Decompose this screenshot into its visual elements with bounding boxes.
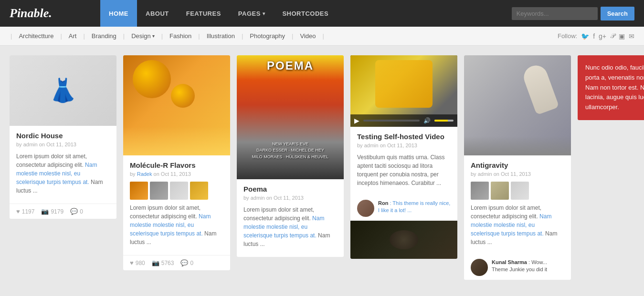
molecule-r-meta: by Radek on Oct 11, 2013 <box>130 171 223 177</box>
video-thumbnail <box>375 60 433 108</box>
anti-thumb-2 <box>491 182 509 200</box>
nav-item-home[interactable]: HOME <box>100 0 137 27</box>
antigravity-title[interactable]: Antigravity <box>471 161 564 169</box>
nordic-house-link[interactable]: Nam molestie molestie nisl, eu scelerisq… <box>16 162 97 185</box>
nordic-house-comments: 💬 0 <box>70 208 83 215</box>
video-comment-text: Ron : This theme is really nice, I like … <box>378 200 451 214</box>
main-content: 👗 Nordic House by admin on Oct 11, 2013 … <box>0 46 644 289</box>
antigravity-image <box>464 55 571 155</box>
follow-area: Follow: 🐦 f g+ 𝒫 ▣ ✉ <box>558 32 634 40</box>
volume-fill <box>434 120 448 122</box>
video-meta: by admin on Oct 11, 2013 <box>357 143 451 148</box>
poema-text: POEMA <box>267 59 314 72</box>
search-button[interactable]: Search <box>601 7 634 20</box>
design-dropdown-arrow: ▾ <box>152 33 155 39</box>
food-image <box>350 221 457 259</box>
search-input[interactable] <box>512 7 598 20</box>
figure-body <box>520 62 559 115</box>
molecule-r-images: 📷 5763 <box>152 259 174 266</box>
google-plus-icon[interactable]: g+ <box>599 32 606 40</box>
nordic-house-images: 📷 9179 <box>41 208 63 215</box>
nav-item-about[interactable]: ABOUT <box>137 0 178 27</box>
subnav-item-branding[interactable]: Branding <box>86 32 122 40</box>
search-area: Search <box>512 7 634 20</box>
hanger-icon: 👗 <box>49 77 77 104</box>
site-logo[interactable]: Pinable. <box>10 6 86 20</box>
subnav-item-architecture[interactable]: Architectture <box>13 32 59 40</box>
nordic-house-title[interactable]: Nordic House <box>16 132 110 140</box>
video-comment: Ron : This theme is really nice, I like … <box>350 196 457 221</box>
subnav-item-illustration[interactable]: Illustration <box>201 32 241 40</box>
play-button[interactable]: ▶ <box>354 117 359 124</box>
subnav-sep: | <box>323 32 324 40</box>
molecule-r-body: Molécule-R Flavors by Radek on Oct 11, 2… <box>123 155 230 255</box>
thumb-4 <box>190 182 208 200</box>
molecule-r-thumbs <box>130 182 223 200</box>
category-subnav: | Architectture | Art | Branding | Desig… <box>0 27 644 46</box>
antigravity-link[interactable]: Nam molestie molestie nisl, eu scelerisq… <box>471 213 551 237</box>
camera-icon: 📷 <box>41 208 49 215</box>
heart-icon: ♥ <box>16 208 20 215</box>
nordic-house-image: 👗 <box>10 55 116 126</box>
molecule-r-title[interactable]: Molécule-R Flavors <box>130 161 223 169</box>
thumb-3 <box>170 182 188 200</box>
poema-subtitle: NEW YEAR'S EVE DARKO ESSER · MICHEL DE H… <box>237 141 344 161</box>
nordic-house-body: Nordic House by admin on Oct 11, 2013 Lo… <box>10 126 116 204</box>
bubble1 <box>133 60 171 98</box>
main-nav: HOME ABOUT FEATURES PAGES ▾ SHORTCODES <box>100 0 512 27</box>
ron-avatar <box>357 200 374 217</box>
poema-excerpt: Lorem ipsum dolor sit amet, consectetur … <box>243 205 337 248</box>
nordic-house-meta: by admin on Oct 11, 2013 <box>16 142 110 147</box>
kunal-name[interactable]: Kunal Sharma <box>492 259 527 265</box>
card-poema: POEMA NEW YEAR'S EVE DARKO ESSER · MICHE… <box>237 55 344 257</box>
video-body: Testing Self-hosted Video by admin on Oc… <box>350 127 457 196</box>
nav-item-shortcodes[interactable]: SHORTCODES <box>274 0 337 27</box>
molecule-r-comments: 💬 0 <box>180 259 193 266</box>
video-controls: ▶ 🔊 <box>350 114 457 127</box>
poema-body: Poema by admin on Oct 11, 2013 Lorem ips… <box>237 179 344 257</box>
ron-name[interactable]: Ron <box>378 200 388 206</box>
molecule-r-link[interactable]: Nam molestie molestie nisl, eu scelerisq… <box>130 213 211 237</box>
anti-thumb-1 <box>471 182 489 200</box>
subnav-sep: | <box>161 32 163 40</box>
molecule-r-image <box>123 55 230 155</box>
twitter-icon[interactable]: 🐦 <box>581 32 589 40</box>
video-player: ▶ 🔊 <box>350 55 457 127</box>
subnav-item-fashion[interactable]: Fashion <box>164 32 197 40</box>
bubble2 <box>171 84 195 108</box>
promo-card: Nunc odio odio, faucibus non porta a, ve… <box>578 55 644 120</box>
progress-bar[interactable] <box>363 120 420 122</box>
nav-item-features[interactable]: FEATURES <box>178 0 230 27</box>
poema-meta: by admin on Oct 11, 2013 <box>243 195 337 201</box>
pages-dropdown-arrow: ▾ <box>263 11 265 16</box>
subnav-item-art[interactable]: Art <box>63 32 83 40</box>
card-nordic-house: 👗 Nordic House by admin on Oct 11, 2013 … <box>10 55 116 219</box>
subnav-item-video[interactable]: Video <box>294 32 321 40</box>
promo-text: Nunc odio odio, faucibus non porta a, ve… <box>585 63 644 112</box>
poema-title[interactable]: Poema <box>243 185 337 193</box>
poema-link[interactable]: Nam molestie molestie nisl, eu scelerisq… <box>243 215 324 239</box>
ron-comment[interactable]: : This theme is really nice, I like it a… <box>378 200 450 213</box>
nav-item-pages[interactable]: PAGES ▾ <box>230 0 274 27</box>
subnav-item-design[interactable]: Design ▾ <box>126 32 160 40</box>
follow-label: Follow: <box>558 32 577 40</box>
facebook-icon[interactable]: f <box>593 32 595 40</box>
subnav-items: | Architectture | Art | Branding | Desig… <box>10 32 558 40</box>
subnav-sep: | <box>11 32 12 40</box>
molecule-r-footer: ♥ 980 📷 5763 💬 0 <box>123 255 230 270</box>
volume-button[interactable]: 🔊 <box>423 117 431 124</box>
email-icon[interactable]: ✉ <box>629 32 634 40</box>
video-title[interactable]: Testing Self-hosted Video <box>357 133 451 141</box>
volume-bar[interactable] <box>434 120 454 122</box>
subnav-sep: | <box>292 32 293 40</box>
thumb-1 <box>130 182 148 200</box>
molecule-r-likes: ♥ 980 <box>130 259 145 266</box>
antigravity-thumbs <box>471 182 564 200</box>
antigravity-excerpt: Lorem ipsum dolor sit amet, consectetur … <box>471 204 564 246</box>
subnav-item-photography[interactable]: Photography <box>244 32 291 40</box>
pinterest-icon[interactable]: 𝒫 <box>610 32 615 40</box>
kunal-avatar <box>471 259 488 276</box>
molecule-r-author-link[interactable]: Radek <box>137 171 152 177</box>
nordic-house-footer: ♥ 1197 📷 9179 💬 0 <box>10 204 116 219</box>
rss-icon[interactable]: ▣ <box>619 32 625 40</box>
